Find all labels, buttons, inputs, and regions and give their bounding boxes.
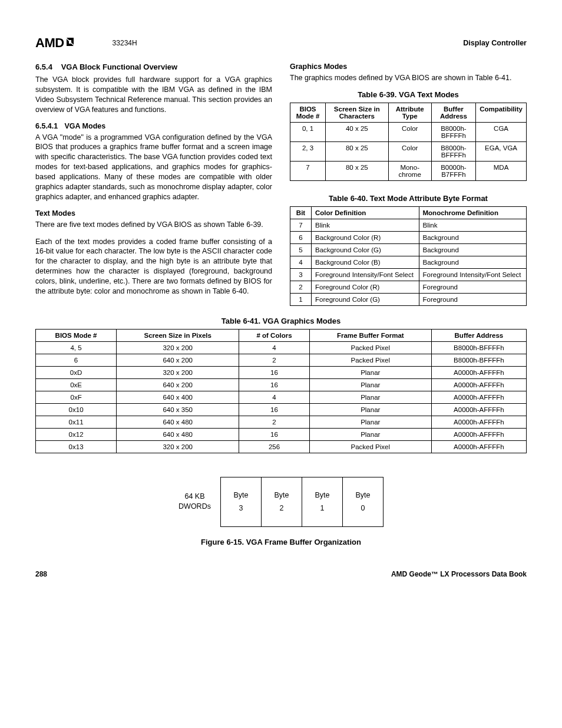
table-cell: 640 x 400	[117, 391, 239, 403]
text-modes-heading: Text Modes	[35, 209, 272, 218]
byte-box-label-top: Byte	[355, 491, 370, 499]
amd-arrow-icon	[65, 35, 77, 51]
page-number: 288	[35, 570, 47, 578]
table-cell: 80 x 25	[325, 141, 388, 161]
table-cell: Planar	[309, 416, 431, 428]
table-row: 7BlinkBlink	[290, 219, 527, 231]
table-row: 2Foreground Color (R)Foreground	[290, 281, 527, 293]
table-row: 0x10640 x 35016PlanarA0000h-AFFFFh	[36, 403, 527, 416]
table-cell: 0x12	[36, 428, 117, 440]
table-cell: 5	[290, 243, 312, 256]
figure-label: 64 KB DWORDs	[178, 492, 211, 512]
table-cell: Blink	[419, 219, 527, 231]
table-header: Frame Buffer Format	[309, 329, 431, 341]
table-cell: 256	[239, 440, 309, 453]
table-cell: Planar	[309, 391, 431, 403]
table-row: 4Background Color (B)Background	[290, 256, 527, 268]
table-cell: EGA, VGA	[476, 141, 527, 161]
table-row: 0, 140 x 25ColorB8000h-BFFFFhCGA	[290, 122, 527, 141]
table-cell: 16	[239, 428, 309, 440]
table-row: 0x13320 x 200256Packed PixelA0000h-AFFFF…	[36, 440, 527, 453]
table-header: Buffer Address	[431, 329, 526, 341]
para-graphics-modes: The graphics modes defined by VGA BIOS a…	[290, 73, 527, 83]
table-cell: Packed Pixel	[309, 341, 431, 354]
page-footer: 288 AMD Geode™ LX Processors Data Book	[35, 570, 527, 578]
table-row: 780 x 25Mono-chromeB0000h-B7FFFhMDA	[290, 161, 527, 180]
table-41: BIOS Mode #Screen Size in Pixels# of Col…	[35, 329, 527, 453]
table-cell: Background Color (R)	[312, 231, 419, 243]
figure-label-line1: 64 KB	[184, 492, 204, 500]
table-cell: A0000h-AFFFFh	[431, 391, 526, 403]
table-cell: Background	[419, 231, 527, 243]
table-cell: Packed Pixel	[309, 354, 431, 366]
subsection-title: VGA Modes	[64, 122, 105, 130]
table-cell: A0000h-AFFFFh	[431, 378, 526, 391]
table-cell: 7	[290, 161, 326, 180]
table-row: 6640 x 2002Packed PixelB8000h-BFFFFh	[36, 354, 527, 366]
table-cell: Color	[388, 141, 431, 161]
byte-box-label-top: Byte	[274, 491, 289, 499]
table-cell: 640 x 200	[117, 354, 239, 366]
table-cell: 640 x 350	[117, 403, 239, 416]
table-cell: 40 x 25	[325, 122, 388, 141]
table-cell: Foreground	[419, 281, 527, 293]
table-row: 3Foreground Intensity/Font SelectForegro…	[290, 268, 527, 281]
graphics-modes-heading: Graphics Modes	[290, 62, 527, 71]
table-cell: 80 x 25	[325, 161, 388, 180]
table-row: 0xF640 x 4004PlanarA0000h-AFFFFh	[36, 391, 527, 403]
table-row: 6Background Color (R)Background	[290, 231, 527, 243]
amd-logo: AMD	[35, 35, 77, 51]
table-row: 2, 380 x 25ColorB8000h-BFFFFhEGA, VGA	[290, 141, 527, 161]
byte-box-label-bottom: 3	[239, 504, 243, 512]
table-cell: Planar	[309, 378, 431, 391]
two-column-body: 6.5.4 VGA Block Functional Overview The …	[35, 62, 527, 306]
byte-box: Byte1	[302, 477, 343, 527]
logo-text: AMD	[35, 35, 64, 51]
table-row: 0xE640 x 20016PlanarA0000h-AFFFFh	[36, 378, 527, 391]
table-cell: 0xF	[36, 391, 117, 403]
table-cell: 2	[290, 281, 312, 293]
table-cell: A0000h-AFFFFh	[431, 416, 526, 428]
left-column: 6.5.4 VGA Block Functional Overview The …	[35, 62, 272, 306]
table-cell: Background	[419, 243, 527, 256]
table-cell: 0xE	[36, 378, 117, 391]
para-text-modes-1: There are five text modes defined by VGA…	[35, 220, 272, 230]
table-cell: 0x10	[36, 403, 117, 416]
doc-number: 33234H	[113, 39, 137, 47]
table-40: BitColor DefinitionMonochrome Definition…	[290, 206, 527, 306]
table-41-caption: Table 6-41. VGA Graphics Modes	[35, 317, 527, 325]
table-cell: 2	[239, 416, 309, 428]
table-cell: Planar	[309, 403, 431, 416]
table-cell: 640 x 480	[117, 428, 239, 440]
table-cell: 6	[290, 231, 312, 243]
table-cell: 0, 1	[290, 122, 326, 141]
table-cell: 6	[36, 354, 117, 366]
table-cell: 4, 5	[36, 341, 117, 354]
para-overview: The VGA block provides full hardware sup…	[35, 75, 272, 115]
table-row: 1Foreground Color (G)Foreground	[290, 293, 527, 305]
byte-box: Byte3	[220, 477, 262, 527]
table-cell: 4	[239, 391, 309, 403]
table-cell: Background Color (B)	[312, 256, 419, 268]
table-cell: Foreground Intensity/Font Select	[419, 268, 527, 281]
page-header: AMD 33234H Display Controller	[35, 35, 527, 51]
right-column: Graphics Modes The graphics modes define…	[290, 62, 527, 306]
table-cell: Color	[388, 122, 431, 141]
table-cell: 7	[290, 219, 312, 231]
table-header: Monochrome Definition	[419, 206, 527, 219]
table-cell: A0000h-AFFFFh	[431, 366, 526, 378]
table-cell: B8000h-BFFFFh	[431, 141, 475, 161]
table-cell: A0000h-AFFFFh	[431, 428, 526, 440]
table-39-caption: Table 6-39. VGA Text Modes	[290, 90, 527, 99]
table-cell: 0x11	[36, 416, 117, 428]
table-cell: Background	[419, 256, 527, 268]
byte-box-label-bottom: 0	[361, 504, 365, 512]
table-cell: Foreground Intensity/Font Select	[312, 268, 419, 281]
table-header: Compatibility	[476, 103, 527, 122]
figure-label-line2: DWORDs	[178, 502, 211, 510]
table-cell: B0000h-B7FFFh	[431, 161, 475, 180]
para-vga-modes: A VGA "mode" is a programmed VGA configu…	[35, 133, 272, 202]
para-text-modes-2: Each of the text modes provides a coded …	[35, 237, 272, 297]
figure-6-15: 64 KB DWORDs Byte3Byte2Byte1Byte0 Figure…	[35, 477, 527, 546]
table-cell: 16	[239, 366, 309, 378]
